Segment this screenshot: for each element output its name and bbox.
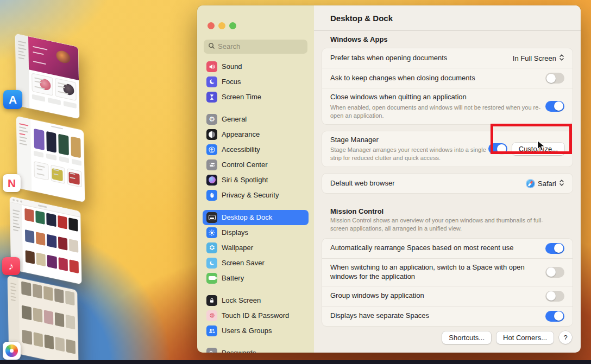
minimize-window-button[interactable] bbox=[218, 22, 225, 29]
zoom-window-button[interactable] bbox=[229, 22, 236, 29]
sidebar-item-label: Lock Screen bbox=[222, 296, 261, 304]
row-description: When enabled, open documents and windows… bbox=[330, 104, 545, 120]
toggles-icon bbox=[206, 159, 217, 170]
sidebar-item-general[interactable]: ⚙ General bbox=[203, 112, 309, 127]
default-browser-group: Default web browser Safari bbox=[322, 173, 573, 194]
flower-icon bbox=[206, 242, 217, 253]
row-group-windows: Group windows by application bbox=[322, 286, 573, 306]
row-label: Close windows when quitting an applicati… bbox=[330, 93, 545, 102]
sidebar-item-accessibility[interactable]: Accessibility bbox=[203, 142, 309, 157]
battery-icon bbox=[206, 273, 217, 284]
row-switch-space: When switching to an application, switch… bbox=[322, 258, 573, 286]
hand-icon bbox=[206, 190, 217, 201]
sun-icon bbox=[206, 227, 217, 238]
search-placeholder: Search bbox=[218, 42, 240, 50]
sidebar-item-touch-id[interactable]: Touch ID & Password bbox=[203, 308, 309, 323]
sidebar-item-battery[interactable]: Battery bbox=[203, 271, 309, 286]
sidebar-item-displays[interactable]: Displays bbox=[203, 225, 309, 240]
row-label: Automatically rearrange Spaces based on … bbox=[330, 244, 513, 253]
ask-keep-changes-toggle[interactable] bbox=[545, 73, 564, 84]
switch-space-toggle[interactable] bbox=[545, 267, 564, 278]
sidebar-item-users-groups[interactable]: Users & Groups bbox=[203, 323, 309, 339]
sidebar-item-label: Battery bbox=[222, 274, 244, 282]
sidebar-item-label: Sound bbox=[222, 62, 242, 71]
auto-rearrange-toggle[interactable] bbox=[545, 243, 564, 254]
screen-bottom-strip bbox=[0, 360, 591, 364]
sidebar-item-label: Privacy & Security bbox=[222, 191, 279, 199]
sidebar-item-lock-screen[interactable]: Lock Screen bbox=[203, 293, 309, 308]
row-prefer-tabs: Prefer tabs when opening documents In Fu… bbox=[322, 48, 573, 68]
row-label: Ask to keep changes when closing documen… bbox=[330, 74, 475, 83]
photos-icon[interactable] bbox=[3, 342, 21, 360]
screen-saver-icon bbox=[206, 258, 217, 269]
stage-thumbnail-app-store[interactable] bbox=[15, 34, 79, 119]
row-description: Stage Manager arranges your recent windo… bbox=[330, 146, 488, 162]
row-ask-keep-changes: Ask to keep changes when closing documen… bbox=[322, 68, 573, 88]
row-label: Default web browser bbox=[330, 179, 395, 188]
sidebar-item-sound[interactable]: Sound bbox=[203, 59, 309, 74]
sidebar-item-label: Screen Saver bbox=[222, 259, 265, 267]
section-mission-control: Mission Control bbox=[322, 207, 573, 215]
sidebar-item-privacy-security[interactable]: Privacy & Security bbox=[203, 188, 309, 203]
stage-thumbnail-news[interactable] bbox=[16, 116, 85, 202]
sidebar-item-screen-time[interactable]: Screen Time bbox=[203, 90, 309, 105]
hourglass-icon bbox=[206, 92, 217, 103]
help-button[interactable]: ? bbox=[559, 331, 572, 344]
music-icon[interactable]: ♪ bbox=[2, 257, 20, 275]
search-input[interactable]: Search bbox=[204, 40, 307, 54]
popup-value: Safari bbox=[538, 180, 556, 188]
hot-corners-button[interactable]: Hot Corners... bbox=[496, 331, 554, 344]
row-auto-rearrange: Automatically rearrange Spaces based on … bbox=[322, 239, 573, 258]
chevron-up-down-icon bbox=[559, 179, 564, 188]
row-label: When switching to an application, switch… bbox=[330, 263, 545, 282]
customize-button[interactable]: Customize... bbox=[512, 143, 564, 155]
stage-manager-toggle[interactable] bbox=[488, 143, 507, 154]
sidebar-item-label: Appearance bbox=[222, 130, 260, 138]
stage-thumbnail-music[interactable] bbox=[10, 196, 81, 284]
section-mission-control-description: Mission Control shows an overview of you… bbox=[322, 215, 561, 238]
system-settings-window: Search Sound Focus Screen Time bbox=[197, 5, 581, 353]
prefer-tabs-popup[interactable]: In Full Screen bbox=[513, 54, 564, 63]
safari-icon bbox=[526, 179, 535, 188]
users-icon bbox=[206, 325, 217, 336]
thumbnail-content bbox=[10, 196, 81, 284]
sidebar-item-wallpaper[interactable]: Wallpaper bbox=[203, 240, 309, 256]
group-windows-toggle[interactable] bbox=[545, 291, 564, 302]
speaker-icon bbox=[206, 61, 217, 72]
fingerprint-icon bbox=[206, 310, 217, 321]
sidebar-item-label: Touch ID & Password bbox=[222, 311, 289, 320]
sidebar-item-focus[interactable]: Focus bbox=[203, 74, 309, 90]
close-windows-toggle[interactable] bbox=[545, 101, 564, 112]
sidebar-nav: Sound Focus Screen Time ⚙ General bbox=[197, 58, 314, 353]
sidebar-item-appearance[interactable]: Appearance bbox=[203, 127, 309, 142]
sidebar-item-desktop-dock[interactable]: Desktop & Dock bbox=[203, 210, 309, 225]
desktop: A N bbox=[0, 0, 591, 364]
news-icon[interactable]: N bbox=[3, 174, 21, 192]
close-window-button[interactable] bbox=[208, 22, 215, 29]
shortcuts-button[interactable]: Shortcuts... bbox=[442, 331, 491, 344]
sidebar-item-label: Desktop & Dock bbox=[222, 213, 272, 221]
siri-icon bbox=[206, 175, 217, 186]
thumbnail-content bbox=[15, 34, 79, 119]
sidebar-item-control-center[interactable]: Control Center bbox=[203, 157, 309, 173]
row-label: Prefer tabs when opening documents bbox=[330, 54, 447, 63]
sidebar-item-siri-spotlight[interactable]: Siri & Spotlight bbox=[203, 173, 309, 188]
sidebar-item-label: Siri & Spotlight bbox=[222, 176, 268, 184]
sidebar-item-label: Accessibility bbox=[222, 145, 260, 154]
moon-icon bbox=[206, 76, 217, 87]
row-separate-spaces: Displays have separate Spaces bbox=[322, 306, 573, 326]
window-controls bbox=[197, 5, 314, 29]
separate-spaces-toggle[interactable] bbox=[545, 311, 564, 322]
settings-content: Windows & Apps Prefer tabs when opening … bbox=[314, 31, 581, 353]
row-label: Group windows by application bbox=[330, 291, 424, 301]
appearance-icon bbox=[206, 129, 217, 140]
sidebar-item-label: Displays bbox=[222, 228, 248, 237]
sidebar-item-screen-saver[interactable]: Screen Saver bbox=[203, 256, 309, 271]
row-label: Displays have separate Spaces bbox=[330, 311, 429, 321]
key-icon bbox=[206, 348, 217, 353]
desktop-dock-icon bbox=[206, 212, 217, 223]
app-store-icon[interactable]: A bbox=[3, 90, 22, 109]
default-browser-popup[interactable]: Safari bbox=[526, 179, 564, 188]
popup-value: In Full Screen bbox=[513, 54, 556, 62]
sidebar-item-passwords[interactable]: Passwords bbox=[203, 346, 309, 353]
